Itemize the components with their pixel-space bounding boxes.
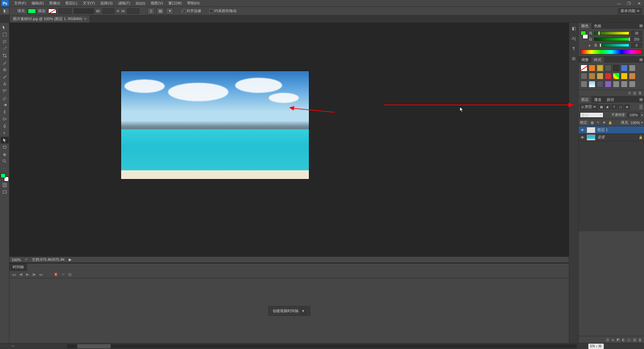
- filter-toggle[interactable]: [639, 105, 643, 109]
- blend-mode-select[interactable]: 叠加≑: [580, 112, 603, 118]
- fill-opacity-value[interactable]: 100%: [631, 121, 640, 125]
- menu-select[interactable]: 选择(S): [98, 0, 115, 6]
- adjustments-tab[interactable]: 调整: [579, 57, 591, 63]
- timeline-next-frame-icon[interactable]: |▶: [32, 272, 36, 277]
- b-slider[interactable]: [599, 44, 629, 47]
- style-preset[interactable]: [613, 81, 620, 88]
- constrain-path-checkbox[interactable]: 约束路径拖动: [209, 8, 236, 13]
- move-tool[interactable]: [1, 24, 9, 31]
- menu-3d[interactable]: 3D(D): [133, 1, 148, 6]
- layer-name[interactable]: 背景: [597, 135, 605, 140]
- quick-mask-tool[interactable]: [1, 182, 9, 188]
- style-preset[interactable]: [629, 73, 636, 79]
- screen-mode-tool[interactable]: [1, 189, 9, 195]
- window-minimize-button[interactable]: —: [614, 0, 624, 7]
- g-slider[interactable]: [594, 38, 629, 41]
- fill-color-swatch[interactable]: [28, 9, 36, 13]
- foreground-color-swatch[interactable]: [1, 173, 5, 178]
- status-refresh-icon[interactable]: ⟳: [25, 257, 28, 262]
- timeline-cut-icon[interactable]: ✂: [62, 272, 65, 277]
- menu-filter[interactable]: 滤镜(T): [115, 0, 133, 6]
- stroke-width-field[interactable]: [58, 8, 72, 14]
- layer-row[interactable]: 👁 图层 1: [579, 126, 644, 134]
- layer-mask-icon[interactable]: ◩: [616, 338, 620, 342]
- style-preset[interactable]: [621, 73, 628, 79]
- shape-height-field[interactable]: [127, 8, 139, 14]
- timeline-mute-icon[interactable]: 🔇: [54, 272, 58, 277]
- paths-tab[interactable]: 路径: [604, 97, 617, 103]
- magic-wand-tool[interactable]: [1, 45, 9, 52]
- b-value[interactable]: 0: [631, 43, 642, 48]
- filter-adjust-icon[interactable]: ◐: [605, 105, 610, 109]
- new-fill-layer-icon[interactable]: ◐: [622, 338, 625, 342]
- styles-new-icon[interactable]: ▥: [633, 91, 636, 95]
- new-layer-icon[interactable]: ▥: [633, 338, 636, 342]
- timeline-prev-frame-icon[interactable]: ◀|: [19, 272, 23, 277]
- layer-visibility-icon[interactable]: 👁: [580, 128, 585, 132]
- layers-panel-menu-icon[interactable]: ▤: [638, 97, 644, 103]
- menu-type[interactable]: 文字(Y): [80, 0, 98, 6]
- menu-window[interactable]: 窗口(W): [166, 0, 184, 6]
- brush-tool[interactable]: [1, 73, 9, 80]
- layer-style-icon[interactable]: fx: [611, 338, 614, 342]
- fill-dropdown-icon[interactable]: ▾: [641, 121, 643, 124]
- style-preset[interactable]: [605, 73, 611, 79]
- canvas-area[interactable]: 100% ⟳ 文档:875.4K/875.4K ▶ 时间轴 ⏮ ◀| ▶ |▶ …: [9, 23, 569, 344]
- style-preset[interactable]: [613, 73, 620, 79]
- lock-image-icon[interactable]: ✎: [596, 120, 600, 125]
- layer-visibility-icon[interactable]: 👁: [580, 135, 585, 139]
- timeline-last-frame-icon[interactable]: ⏭: [39, 273, 43, 277]
- edit-toolbar-icon[interactable]: ⋯: [1, 165, 9, 172]
- r-value[interactable]: 30: [631, 31, 642, 36]
- menu-layer[interactable]: 图层(L): [63, 0, 80, 6]
- style-preset[interactable]: [597, 65, 603, 71]
- layers-tab[interactable]: 图层: [579, 97, 591, 103]
- style-preset[interactable]: [629, 81, 636, 88]
- document-canvas[interactable]: [121, 71, 309, 179]
- timeline-transition-icon[interactable]: ▧: [68, 272, 71, 277]
- panel-bg-swatch[interactable]: [583, 34, 588, 39]
- style-preset[interactable]: [589, 65, 595, 71]
- style-preset[interactable]: [581, 81, 587, 88]
- zoom-tool[interactable]: [1, 158, 9, 165]
- filter-smart-icon[interactable]: ◈: [624, 105, 630, 109]
- lock-transparent-icon[interactable]: ▦: [590, 120, 594, 125]
- style-preset[interactable]: [629, 65, 636, 71]
- stroke-color-swatch[interactable]: [48, 9, 56, 13]
- eraser-tool[interactable]: [1, 95, 9, 101]
- create-video-timeline-button[interactable]: 创建视频时间轴 ▾: [268, 306, 310, 316]
- menu-view[interactable]: 视图(V): [148, 0, 166, 6]
- properties-panel-icon[interactable]: ⊞: [571, 55, 577, 62]
- character-panel-icon[interactable]: A|: [571, 35, 577, 42]
- layer-name[interactable]: 图层 1: [597, 127, 608, 132]
- document-tab-close-icon[interactable]: ×: [84, 17, 86, 21]
- color-panel-menu-icon[interactable]: ▤: [638, 23, 644, 29]
- layer-row[interactable]: 👁 背景 🔒: [579, 134, 644, 141]
- path-align-button[interactable]: ▯: [147, 8, 155, 14]
- crop-tool[interactable]: [1, 52, 9, 59]
- menu-file[interactable]: 文件(F): [11, 0, 29, 6]
- color-spectrum[interactable]: [581, 50, 642, 54]
- ime-language-badge[interactable]: EN ♪ 简: [588, 344, 604, 349]
- style-preset[interactable]: [589, 73, 595, 79]
- pen-tool[interactable]: [1, 123, 9, 129]
- style-preset[interactable]: [605, 65, 611, 71]
- layer-filter-kind[interactable]: ρ 类型 ≑: [580, 104, 598, 110]
- lasso-tool[interactable]: [1, 38, 9, 45]
- clone-stamp-tool[interactable]: [1, 80, 9, 87]
- channels-tab[interactable]: 通道: [591, 97, 604, 103]
- window-close-button[interactable]: ✕: [634, 0, 644, 7]
- style-preset[interactable]: [597, 81, 603, 88]
- scrollbar-thumb[interactable]: [77, 344, 111, 348]
- link-wh-icon[interactable]: ⊕: [116, 9, 119, 13]
- type-tool[interactable]: T: [1, 130, 9, 136]
- new-group-icon[interactable]: 🗀: [627, 338, 631, 342]
- workspace-switcher[interactable]: 基本功能≑: [618, 8, 642, 14]
- style-preset[interactable]: [581, 65, 587, 71]
- hand-tool[interactable]: [1, 151, 9, 158]
- menu-edit[interactable]: 编辑(E): [29, 0, 47, 6]
- bottom-bar-arrow-icon[interactable]: ↪: [11, 344, 14, 348]
- tool-preset-picker[interactable]: [2, 8, 9, 14]
- style-preset[interactable]: [613, 65, 620, 71]
- eyedropper-tool[interactable]: [1, 59, 9, 66]
